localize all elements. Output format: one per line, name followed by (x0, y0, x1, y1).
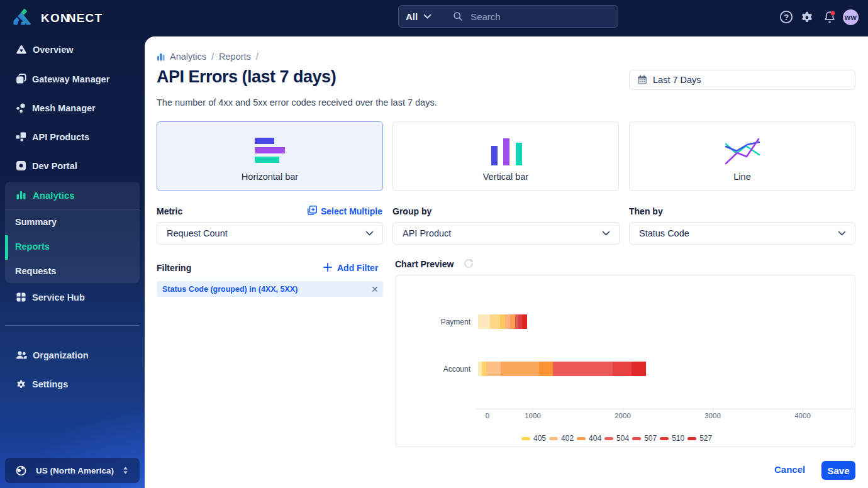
svg-text:?: ? (784, 13, 789, 22)
